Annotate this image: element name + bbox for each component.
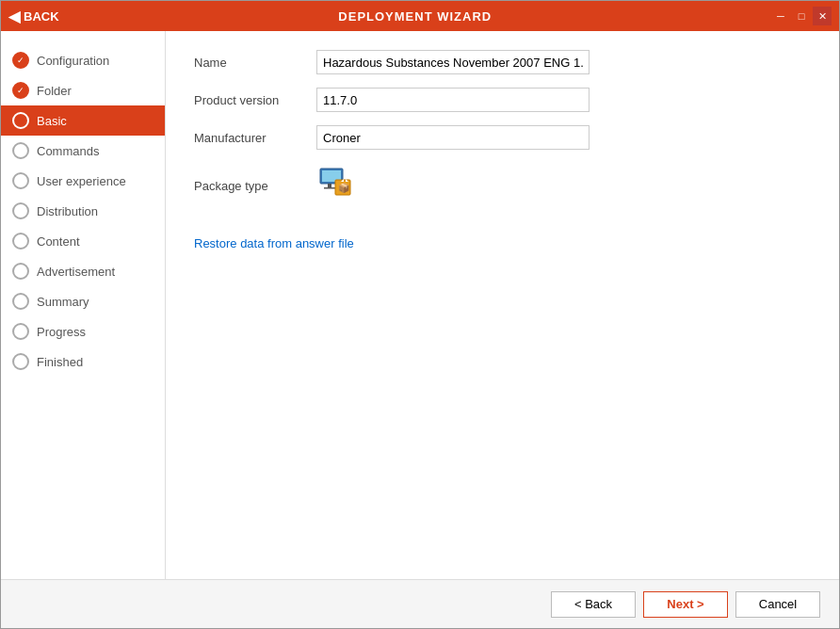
maximize-button[interactable]: □	[792, 7, 811, 25]
step-circle-configuration: ✓	[12, 52, 29, 69]
sidebar-item-basic[interactable]: Basic	[1, 105, 165, 136]
step-circle-advertisement	[12, 263, 29, 280]
title-bar: ◀ BACK DEPLOYMENT WIZARD ─ □ ✕	[1, 1, 839, 31]
sidebar-item-folder[interactable]: ✓ Folder	[1, 75, 165, 105]
step-circle-folder: ✓	[12, 82, 29, 99]
close-button[interactable]: ✕	[813, 7, 832, 25]
content-area: ✓ Configuration ✓ Folder Basic Commands …	[1, 31, 839, 579]
product-version-row: Product version	[194, 88, 811, 112]
window-controls: ─ □ ✕	[771, 7, 832, 25]
svg-rect-3	[324, 187, 335, 189]
step-circle-content	[12, 233, 29, 250]
manufacturer-row: Manufacturer	[194, 125, 811, 150]
sidebar-item-advertisement[interactable]: Advertisement	[1, 256, 165, 286]
package-icon-svg: 📦	[316, 163, 354, 201]
back-button[interactable]: ◀ BACK	[8, 8, 59, 25]
sidebar-item-configuration[interactable]: ✓ Configuration	[1, 45, 165, 75]
next-button[interactable]: Next >	[643, 591, 728, 618]
manufacturer-label: Manufacturer	[194, 131, 316, 145]
deployment-wizard-window: ◀ BACK DEPLOYMENT WIZARD ─ □ ✕ ✓ Configu…	[0, 0, 840, 629]
step-circle-progress	[12, 323, 29, 340]
sidebar-item-progress[interactable]: Progress	[1, 316, 165, 347]
step-circle-commands	[12, 142, 29, 159]
sidebar-label-distribution: Distribution	[37, 204, 98, 218]
product-version-label: Product version	[194, 93, 316, 107]
sidebar-label-user-experience: User experience	[37, 174, 126, 188]
sidebar-label-basic: Basic	[37, 114, 67, 128]
back-footer-button[interactable]: < Back	[551, 591, 636, 618]
name-label: Name	[194, 56, 316, 70]
package-type-label: Package type	[194, 179, 316, 193]
back-label: BACK	[24, 9, 59, 24]
sidebar-label-commands: Commands	[37, 144, 99, 158]
sidebar-label-content: Content	[37, 234, 80, 249]
sidebar-label-folder: Folder	[37, 84, 72, 98]
step-circle-summary	[12, 293, 29, 310]
sidebar-item-summary[interactable]: Summary	[1, 286, 165, 316]
svg-rect-2	[328, 184, 331, 187]
sidebar-label-summary: Summary	[37, 295, 89, 309]
back-arrow-icon: ◀	[8, 8, 20, 25]
manufacturer-input[interactable]	[316, 125, 590, 150]
sidebar-label-advertisement: Advertisement	[37, 265, 115, 279]
sidebar-item-content[interactable]: Content	[1, 226, 165, 256]
package-type-row: Package type 📦	[194, 163, 811, 208]
sidebar-item-user-experience[interactable]: User experience	[1, 166, 165, 196]
step-circle-distribution	[12, 202, 29, 219]
step-circle-basic	[12, 112, 29, 129]
main-panel: Name Product version Manufacturer Packag…	[166, 31, 839, 579]
restore-link-container: Restore data from answer file	[194, 227, 811, 250]
sidebar-label-progress: Progress	[37, 325, 86, 339]
sidebar-label-configuration: Configuration	[37, 54, 109, 68]
footer: < Back Next > Cancel	[1, 579, 839, 628]
step-circle-finished	[12, 353, 29, 370]
step-circle-user-experience	[12, 172, 29, 189]
cancel-button[interactable]: Cancel	[735, 591, 820, 618]
sidebar: ✓ Configuration ✓ Folder Basic Commands …	[1, 31, 166, 579]
name-input[interactable]	[316, 50, 590, 74]
name-row: Name	[194, 50, 811, 74]
sidebar-item-finished[interactable]: Finished	[1, 347, 165, 377]
sidebar-item-commands[interactable]: Commands	[1, 136, 165, 166]
sidebar-item-distribution[interactable]: Distribution	[1, 196, 165, 226]
product-version-input[interactable]	[316, 88, 590, 112]
minimize-button[interactable]: ─	[771, 7, 790, 25]
package-type-icon: 📦	[316, 163, 362, 208]
svg-text:📦: 📦	[338, 182, 350, 194]
sidebar-label-finished: Finished	[37, 355, 83, 369]
restore-data-link[interactable]: Restore data from answer file	[194, 236, 354, 250]
window-title: DEPLOYMENT WIZARD	[59, 9, 771, 24]
